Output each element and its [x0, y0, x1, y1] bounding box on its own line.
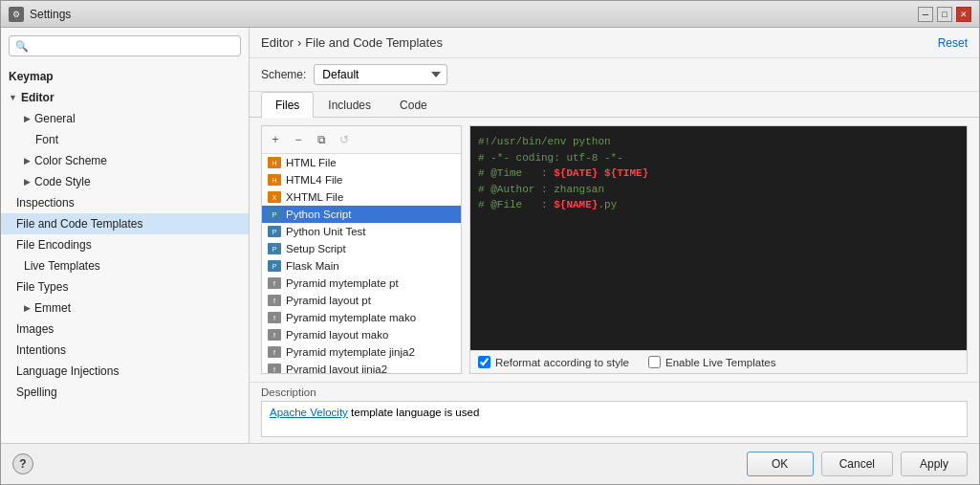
pyramid-layout-jinja2-icon: f [268, 364, 281, 373]
tab-files[interactable]: Files [261, 92, 314, 118]
remove-template-button[interactable]: − [288, 129, 309, 150]
inspections-label: Inspections [16, 196, 75, 209]
flask-main-label: Flask Main [286, 260, 339, 272]
html-file-label: HTML File [286, 157, 337, 168]
pyramid-mytemplate-pt-icon: f [268, 277, 281, 289]
breadcrumb-bar: Editor › File and Code Templates Reset [250, 28, 979, 58]
reformat-label: Reformat according to style [495, 357, 629, 368]
file-item-python-unit-test[interactable]: P Python Unit Test [262, 223, 461, 240]
code-line-5: # @File : ${NAME}.py [478, 197, 959, 213]
pyramid-layout-pt-icon: f [268, 295, 281, 306]
sidebar-item-file-types[interactable]: File Types [1, 276, 249, 298]
code-style-label: Code Style [34, 175, 91, 188]
editor-chevron: ▼ [9, 93, 17, 102]
breadcrumb-parent: Editor [261, 35, 294, 50]
sidebar-item-inspections[interactable]: Inspections [1, 192, 249, 213]
general-label: General [34, 112, 76, 125]
minimize-button[interactable]: ─ [918, 7, 933, 22]
html4-file-icon: H [268, 174, 281, 186]
scheme-select[interactable]: Default Project [314, 64, 447, 85]
reformat-checkbox[interactable] [478, 356, 490, 368]
sidebar-item-intentions[interactable]: Intentions [1, 340, 249, 361]
sidebar-item-spelling[interactable]: Spelling [1, 382, 249, 403]
reset-template-button[interactable]: ↺ [334, 129, 355, 150]
cancel-button[interactable]: Cancel [821, 452, 893, 476]
sidebar-item-general[interactable]: ▶ General [1, 108, 249, 129]
pyramid-layout-jinja2-label: Pyramid layout jinja2 [286, 364, 387, 373]
sidebar-item-emmet[interactable]: ▶ Emmet [1, 298, 249, 319]
setup-script-label: Setup Script [286, 243, 346, 254]
file-item-html-file[interactable]: H HTML File [262, 154, 461, 171]
live-templates-checkbox-label[interactable]: Enable Live Templates [648, 356, 776, 368]
sidebar-item-editor[interactable]: ▼ Editor [1, 87, 249, 108]
sidebar-item-keymap[interactable]: Keymap [1, 66, 249, 87]
intentions-label: Intentions [16, 343, 66, 357]
file-and-code-templates-label: File and Code Templates [16, 217, 143, 231]
sidebar-item-images[interactable]: Images [1, 319, 249, 340]
pyramid-layout-mako-label: Pyramid layout mako [286, 329, 388, 341]
file-item-html4-file[interactable]: H HTML4 File [262, 171, 461, 188]
apply-button[interactable]: Apply [901, 452, 968, 476]
add-template-button[interactable]: + [265, 129, 286, 150]
sidebar-item-font[interactable]: Font [1, 129, 249, 150]
ok-button[interactable]: OK [747, 452, 814, 476]
content-area: 🔍 Keymap ▼ Editor ▶ General Font [1, 28, 979, 443]
description-box: Apache Velocity template language is use… [261, 401, 968, 437]
general-chevron: ▶ [24, 114, 31, 123]
file-item-pyramid-mytemplate-mako[interactable]: f Pyramid mytemplate mako [262, 309, 461, 326]
color-scheme-chevron: ▶ [24, 156, 31, 165]
file-item-pyramid-mytemplate-pt[interactable]: f Pyramid mytemplate pt [262, 275, 461, 292]
template-area: + − ⧉ ↺ H HTML File H HTML4 File [250, 118, 979, 382]
sidebar-item-code-style[interactable]: ▶ Code Style [1, 171, 249, 192]
sidebar-item-file-encodings[interactable]: File Encodings [1, 234, 249, 255]
code-editor[interactable]: #!/usr/bin/env python # -*- coding: utf-… [470, 126, 967, 350]
file-types-label: File Types [16, 280, 68, 294]
file-item-python-script[interactable]: P Python Script [262, 206, 461, 223]
sidebar: 🔍 Keymap ▼ Editor ▶ General Font [1, 28, 250, 443]
emmet-chevron: ▶ [24, 303, 31, 313]
window-controls: ─ □ ✕ [918, 7, 971, 22]
file-item-flask-main[interactable]: P Flask Main [262, 257, 461, 275]
sidebar-item-color-scheme[interactable]: ▶ Color Scheme [1, 150, 249, 171]
html4-file-label: HTML4 File [286, 174, 342, 186]
file-item-setup-script[interactable]: P Setup Script [262, 240, 461, 257]
tab-code[interactable]: Code [385, 92, 442, 118]
maximize-button[interactable]: □ [937, 7, 952, 22]
xhtml-file-label: XHTML File [286, 191, 343, 203]
sidebar-item-file-and-code-templates[interactable]: File and Code Templates [1, 213, 249, 234]
live-templates-checkbox[interactable] [648, 356, 661, 368]
file-item-pyramid-layout-pt[interactable]: f Pyramid layout pt [262, 292, 461, 309]
pyramid-layout-mako-icon: f [268, 329, 281, 341]
scheme-row: Scheme: Default Project [250, 58, 979, 92]
reformat-checkbox-label[interactable]: Reformat according to style [478, 356, 629, 368]
tab-includes[interactable]: Includes [314, 92, 385, 118]
options-row: Reformat according to style Enable Live … [470, 350, 967, 373]
keymap-label: Keymap [9, 70, 54, 83]
app-icon: ⚙ [9, 7, 24, 22]
pyramid-mytemplate-mako-icon: f [268, 312, 281, 323]
code-line-2: # -*- coding: utf-8 -*- [478, 150, 959, 166]
file-list-toolbar: + − ⧉ ↺ [262, 126, 461, 154]
pyramid-mytemplate-mako-label: Pyramid mytemplate mako [286, 312, 416, 323]
language-injections-label: Language Injections [16, 364, 119, 378]
search-icon: 🔍 [15, 40, 29, 53]
file-item-pyramid-mytemplate-jinja2[interactable]: f Pyramid mytemplate jinja2 [262, 343, 461, 361]
editor-label: Editor [21, 91, 54, 104]
file-list-panel: + − ⧉ ↺ H HTML File H HTML4 File [261, 125, 462, 374]
reset-link[interactable]: Reset [938, 36, 968, 50]
close-button[interactable]: ✕ [956, 7, 971, 22]
file-item-xhtml-file[interactable]: X XHTML File [262, 188, 461, 206]
title-bar: ⚙ Settings ─ □ ✕ [1, 1, 979, 28]
search-box[interactable]: 🔍 [9, 35, 241, 56]
search-input[interactable] [33, 39, 234, 53]
color-scheme-label: Color Scheme [34, 154, 107, 167]
file-item-pyramid-layout-jinja2[interactable]: f Pyramid layout jinja2 [262, 361, 461, 373]
description-rest: template language is used [348, 407, 479, 418]
sidebar-item-live-templates[interactable]: Live Templates [1, 255, 249, 276]
help-button[interactable]: ? [12, 453, 33, 474]
file-item-pyramid-layout-mako[interactable]: f Pyramid layout mako [262, 326, 461, 343]
sidebar-item-language-injections[interactable]: Language Injections [1, 361, 249, 382]
copy-template-button[interactable]: ⧉ [311, 129, 332, 150]
spelling-label: Spelling [16, 386, 57, 399]
apache-velocity-link[interactable]: Apache Velocity [270, 407, 348, 418]
